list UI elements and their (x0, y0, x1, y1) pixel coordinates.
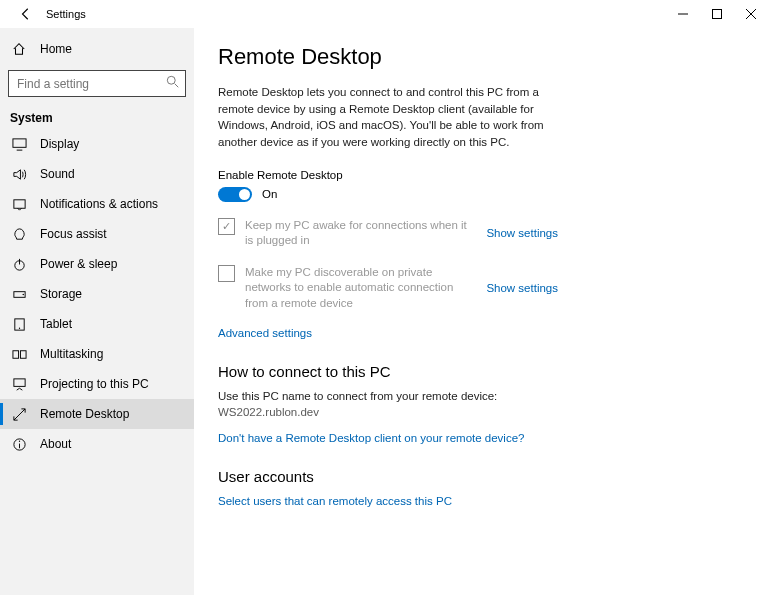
svg-line-5 (175, 84, 179, 88)
minimize-icon (678, 9, 688, 19)
multitasking-icon (10, 347, 28, 362)
pc-name: WS2022.rublon.dev (218, 406, 748, 418)
remote-desktop-icon (10, 407, 28, 422)
howto-title: How to connect to this PC (218, 363, 748, 380)
sidebar: Home System Display Sound Notifications … (0, 28, 194, 595)
nav-label: Focus assist (40, 227, 107, 241)
close-button[interactable] (734, 0, 768, 28)
search-input[interactable] (8, 70, 186, 97)
nav-label: Remote Desktop (40, 407, 129, 421)
section-title: System (10, 111, 194, 125)
svg-point-4 (167, 76, 175, 84)
home-label: Home (40, 42, 72, 56)
nav-notifications[interactable]: Notifications & actions (0, 189, 194, 219)
search-icon (166, 75, 180, 92)
projecting-icon (10, 377, 28, 392)
titlebar: Settings (0, 0, 768, 28)
home-icon (10, 42, 28, 56)
sound-icon (10, 167, 28, 182)
about-icon (10, 437, 28, 452)
display-icon (10, 137, 28, 152)
discoverable-show-settings[interactable]: Show settings (486, 282, 558, 294)
enable-label: Enable Remote Desktop (218, 169, 748, 181)
nav-label: Display (40, 137, 79, 151)
notifications-icon (10, 197, 28, 212)
svg-point-21 (18, 440, 19, 441)
keep-awake-show-settings[interactable]: Show settings (486, 227, 558, 239)
page-title: Remote Desktop (218, 44, 748, 70)
svg-rect-17 (13, 378, 24, 386)
howto-text: Use this PC name to connect from your re… (218, 390, 748, 402)
svg-rect-15 (12, 350, 18, 358)
svg-line-18 (13, 408, 24, 419)
nav-label: Power & sleep (40, 257, 117, 271)
nav-tablet[interactable]: Tablet (0, 309, 194, 339)
nav-display[interactable]: Display (0, 129, 194, 159)
user-accounts-title: User accounts (218, 468, 748, 485)
nav-label: Storage (40, 287, 82, 301)
svg-rect-1 (713, 10, 722, 19)
nav-label: Projecting to this PC (40, 377, 149, 391)
nav-multitasking[interactable]: Multitasking (0, 339, 194, 369)
nav-sound[interactable]: Sound (0, 159, 194, 189)
toggle-state-label: On (262, 188, 277, 200)
power-icon (10, 257, 28, 272)
advanced-settings-link[interactable]: Advanced settings (218, 327, 748, 339)
enable-remote-desktop-toggle[interactable] (218, 187, 252, 202)
keep-awake-checkbox[interactable] (218, 218, 235, 235)
discoverable-label: Make my PC discoverable on private netwo… (245, 265, 472, 312)
focus-assist-icon (10, 227, 28, 242)
page-description: Remote Desktop lets you connect to and c… (218, 84, 548, 151)
nav-focus-assist[interactable]: Focus assist (0, 219, 194, 249)
svg-rect-6 (12, 138, 25, 146)
tablet-icon (10, 317, 28, 332)
maximize-icon (712, 9, 722, 19)
minimize-button[interactable] (666, 0, 700, 28)
window-title: Settings (46, 8, 86, 20)
client-help-link[interactable]: Don't have a Remote Desktop client on yo… (218, 432, 748, 444)
svg-rect-16 (20, 350, 26, 358)
select-users-link[interactable]: Select users that can remotely access th… (218, 495, 748, 507)
search-wrapper (8, 70, 186, 97)
svg-point-12 (22, 293, 24, 295)
back-button[interactable] (14, 2, 38, 26)
nav-projecting[interactable]: Projecting to this PC (0, 369, 194, 399)
svg-point-14 (18, 327, 19, 328)
discoverable-checkbox[interactable] (218, 265, 235, 282)
storage-icon (10, 287, 28, 302)
svg-rect-8 (13, 199, 24, 207)
nav-remote-desktop[interactable]: Remote Desktop (0, 399, 194, 429)
keep-awake-label: Keep my PC awake for connections when it… (245, 218, 472, 249)
nav-label: Notifications & actions (40, 197, 158, 211)
nav-about[interactable]: About (0, 429, 194, 459)
close-icon (746, 9, 756, 19)
nav-label: Multitasking (40, 347, 103, 361)
home-link[interactable]: Home (0, 34, 194, 64)
nav-label: Sound (40, 167, 75, 181)
nav-label: Tablet (40, 317, 72, 331)
main-content: Remote Desktop Remote Desktop lets you c… (194, 28, 768, 595)
nav-power-sleep[interactable]: Power & sleep (0, 249, 194, 279)
nav-label: About (40, 437, 71, 451)
back-arrow-icon (19, 7, 33, 21)
nav-storage[interactable]: Storage (0, 279, 194, 309)
maximize-button[interactable] (700, 0, 734, 28)
